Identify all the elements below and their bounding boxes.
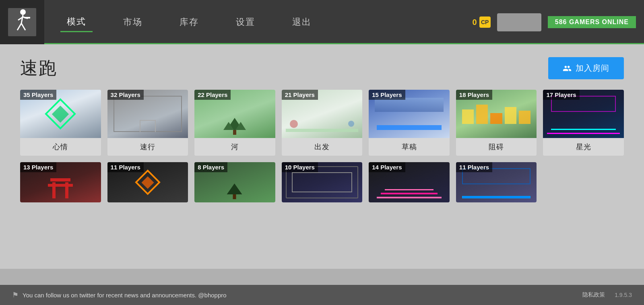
player-count-r2-4: 10 Players [282, 162, 318, 172]
server-grid-row1: 35 Players 心情 32 Players 速行 22 P [20, 90, 624, 156]
coin-icon: CP [479, 16, 491, 28]
server-thumb-4: 21 Players [282, 90, 363, 138]
server-card-chufa[interactable]: 21 Players 出发 [282, 90, 363, 156]
server-grid-row2: 13 Players 11 Players 8 Players [20, 162, 624, 202]
footer-flag-icon: ⚑ [12, 291, 19, 299]
neon-lines2 [551, 129, 616, 130]
server-thumb-6: 18 Players [456, 90, 537, 138]
privacy-link[interactable]: 隐私政策 [582, 291, 605, 299]
server-thumb-r2-6: 11 Players [456, 162, 537, 202]
trees-svg-r2 [224, 182, 246, 200]
player-count-6: 18 Players [456, 90, 492, 100]
server-thumb-r2-5: 14 Players [369, 162, 450, 202]
player-count-r2-1: 13 Players [20, 162, 56, 172]
join-room-label: 加入房间 [576, 63, 609, 74]
server-thumb-3: 22 Players [194, 90, 275, 138]
header: 模式 市场 库存 设置 退出 0 CP 586 GAMERS ONLINE [0, 0, 644, 44]
svg-rect-6 [25, 17, 30, 19]
join-room-icon [563, 64, 572, 73]
server-name-1: 心情 [20, 138, 101, 156]
main-nav: 模式 市场 库存 设置 退出 [60, 12, 473, 32]
server-card-r2-3[interactable]: 8 Players [194, 162, 275, 202]
page-title: 速跑 [20, 56, 57, 80]
player-count-r2-2: 11 Players [107, 162, 144, 172]
server-card-xingguang[interactable]: 17 Players 星光 [543, 90, 624, 156]
player-count-3: 22 Players [194, 90, 231, 100]
footer-text: You can follow us on twitter for recent … [23, 292, 227, 299]
version-text: 1.9.5.3 [615, 292, 632, 298]
coin-display: 0 CP [473, 16, 491, 28]
nav-mode[interactable]: 模式 [60, 12, 93, 32]
neon-lines [547, 133, 620, 134]
player-count-4: 21 Players [282, 90, 318, 100]
server-thumb-2: 32 Players [107, 90, 188, 138]
nav-exit[interactable]: 退出 [286, 13, 318, 31]
pink-track2 [381, 193, 438, 194]
player-count-7: 17 Players [543, 90, 579, 100]
server-thumb-r2-4: 10 Players [282, 162, 363, 202]
svg-line-1 [21, 15, 23, 23]
coin-amount: 0 [473, 18, 477, 27]
page-title-row: 速跑 加入房间 [20, 56, 624, 80]
avatar-button[interactable] [497, 13, 541, 31]
pink-track [377, 197, 442, 198]
server-card-zuai[interactable]: 18 Players 阻碍 [456, 90, 537, 156]
svg-line-2 [17, 23, 21, 30]
player-count-r2-6: 11 Players [456, 162, 492, 172]
nav-settings[interactable]: 设置 [229, 13, 262, 31]
player-count-2: 32 Players [107, 90, 144, 100]
trees-svg [223, 116, 247, 136]
server-card-r2-2[interactable]: 11 Players [107, 162, 188, 202]
player-count-r2-3: 8 Players [194, 162, 227, 172]
svg-rect-12 [233, 194, 236, 199]
footer-message: ⚑ You can follow us on twitter for recen… [12, 291, 227, 299]
player-count-r2-5: 14 Players [369, 162, 405, 172]
server-card-r2-4[interactable]: 10 Players [282, 162, 363, 202]
server-thumb-7: 17 Players [543, 90, 624, 138]
header-right: 0 CP 586 GAMERS ONLINE [473, 13, 636, 31]
svg-point-0 [20, 9, 26, 15]
diamond-shape [45, 98, 76, 130]
svg-line-3 [21, 23, 25, 30]
footer: ⚑ You can follow us on twitter for recen… [0, 285, 644, 305]
nav-inventory[interactable]: 库存 [173, 13, 205, 31]
player-count-1: 35 Players [20, 90, 56, 100]
player-count-5: 15 Players [369, 90, 405, 100]
logo-area [0, 0, 44, 44]
server-thumb-5: 15 Players [369, 90, 450, 138]
svg-rect-8 [233, 130, 236, 135]
header-green-line [44, 43, 644, 44]
main-content: 速跑 加入房间 35 Players 心情 32 Players 速行 [0, 44, 644, 269]
server-name-6: 阻碍 [456, 138, 537, 156]
svg-marker-11 [227, 183, 242, 194]
server-card-r2-5[interactable]: 14 Players [369, 162, 450, 202]
server-card-r2-1[interactable]: 13 Players [20, 162, 101, 202]
obstacles [462, 100, 531, 124]
logo-icon [8, 8, 36, 36]
server-card-r2-6[interactable]: 11 Players [456, 162, 537, 202]
server-thumb-r2-2: 11 Players [107, 162, 188, 202]
server-thumb-1: 35 Players [20, 90, 101, 138]
gate-shape [50, 178, 70, 198]
nav-market[interactable]: 市场 [117, 13, 149, 31]
server-name-3: 河 [194, 138, 275, 156]
blue-platform [377, 125, 442, 130]
server-thumb-r2-1: 13 Players [20, 162, 101, 202]
server-thumb-r2-3: 8 Players [194, 162, 275, 202]
diamond2-shape [135, 169, 161, 195]
blue-rect [462, 196, 531, 198]
online-badge: 586 GAMERS ONLINE [548, 16, 636, 28]
server-card-he[interactable]: 22 Players 河 [194, 90, 275, 156]
server-name-7: 星光 [543, 138, 624, 156]
server-card-caogao[interactable]: 15 Players 草稿 [369, 90, 450, 156]
server-name-5: 草稿 [369, 138, 450, 156]
footer-links: 隐私政策 1.9.5.3 [582, 291, 632, 299]
server-name-4: 出发 [282, 138, 363, 156]
server-card-suxing[interactable]: 32 Players 速行 [107, 90, 188, 156]
server-card-xinqing[interactable]: 35 Players 心情 [20, 90, 101, 156]
join-room-button[interactable]: 加入房间 [548, 57, 624, 79]
server-name-2: 速行 [107, 138, 188, 156]
